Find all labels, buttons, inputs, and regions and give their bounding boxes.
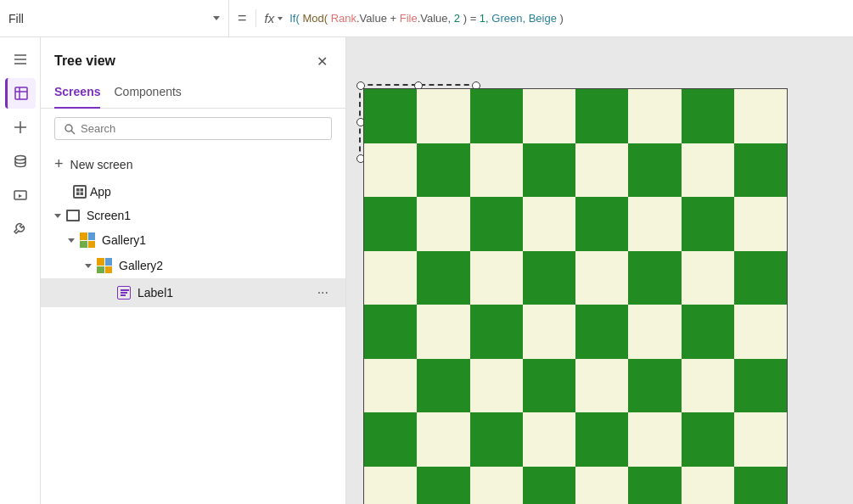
layers-icon[interactable] — [5, 78, 36, 109]
fx-chevron — [278, 17, 283, 20]
checker-cell — [364, 305, 417, 359]
media-icon[interactable] — [5, 180, 36, 210]
checker-cell — [734, 89, 787, 143]
checker-cell — [734, 359, 787, 413]
checker-cell — [470, 359, 523, 413]
checker-cell — [575, 197, 628, 251]
tree-items: App Screen1 Gallery1 — [41, 180, 345, 504]
tabs-row: Screens Components — [41, 78, 345, 109]
checker-cell — [523, 359, 575, 413]
screen-icon — [66, 210, 80, 221]
checker-cell — [575, 143, 628, 198]
svg-rect-12 — [76, 188, 80, 192]
gallery2-icon — [97, 258, 112, 273]
checker-cell — [364, 359, 417, 413]
list-item-screen1[interactable]: Screen1 — [41, 204, 345, 227]
checker-cell — [523, 251, 575, 305]
gallery1-label: Gallery1 — [102, 233, 332, 247]
close-tree-button[interactable]: ✕ — [311, 51, 332, 71]
fill-label: Fill — [8, 12, 208, 25]
add-icon[interactable] — [5, 112, 36, 143]
checker-cell — [417, 412, 469, 467]
checker-cell — [682, 197, 734, 251]
checker-cell — [682, 143, 734, 198]
checker-cell — [523, 143, 575, 198]
app-icon — [73, 185, 87, 199]
new-screen-label: New screen — [70, 158, 133, 171]
search-icon — [64, 123, 76, 135]
icon-rail — [0, 37, 41, 504]
formula-text[interactable]: If( Mod( Rank.Value + File.Value, 2 ) = … — [289, 12, 564, 25]
checker-cell — [417, 89, 469, 143]
svg-rect-13 — [81, 188, 84, 192]
checker-cell — [364, 197, 417, 251]
tree-panel: Tree view ✕ Screens Components + New scr… — [41, 37, 346, 504]
checker-cell — [682, 359, 734, 413]
formula-bar[interactable]: fx If( Mod( Rank.Value + File.Value, 2 )… — [256, 11, 853, 25]
label1-icon-lines — [121, 292, 127, 294]
tree-panel-title: Tree view — [54, 53, 115, 69]
checker-cell — [470, 89, 523, 143]
checker-cell — [734, 251, 787, 305]
checker-cell — [575, 412, 628, 467]
checker-cell — [523, 467, 575, 505]
checker-cell — [734, 412, 787, 467]
label1-more-button[interactable]: ··· — [314, 283, 332, 302]
main-content: Tree view ✕ Screens Components + New scr… — [0, 37, 853, 504]
svg-point-10 — [65, 125, 72, 132]
app-label: App — [90, 185, 332, 199]
canvas-area[interactable] — [346, 37, 853, 504]
checker-cell — [523, 412, 575, 467]
fill-dropdown-chevron — [213, 16, 220, 20]
top-bar: Fill = fx If( Mod( Rank.Value + File.Val… — [0, 0, 853, 37]
wrench-icon[interactable] — [5, 214, 36, 244]
svg-point-8 — [15, 156, 25, 160]
checker-cell — [470, 143, 523, 198]
tab-components[interactable]: Components — [114, 78, 181, 109]
checker-cell — [417, 359, 469, 413]
svg-rect-15 — [81, 193, 84, 196]
hamburger-menu-icon[interactable] — [5, 44, 36, 75]
checker-cell — [628, 143, 681, 198]
data-icon[interactable] — [5, 146, 36, 176]
label1-icon — [117, 286, 131, 300]
plus-icon: + — [54, 155, 64, 173]
checker-cell — [628, 467, 681, 505]
checker-cell — [682, 89, 734, 143]
checker-cell — [628, 251, 681, 305]
svg-line-11 — [71, 131, 75, 134]
checker-cell — [682, 412, 734, 467]
checker-cell — [734, 467, 787, 505]
checker-cell — [628, 89, 681, 143]
checker-cell — [364, 251, 417, 305]
search-input[interactable] — [81, 122, 323, 135]
list-item-gallery1[interactable]: Gallery1 — [41, 227, 345, 253]
list-item-label1[interactable]: Label1 ··· — [41, 278, 345, 307]
checker-cell — [417, 197, 469, 251]
checker-cell — [575, 359, 628, 413]
checker-cell — [364, 89, 417, 143]
checker-cell — [628, 412, 681, 467]
tab-screens[interactable]: Screens — [54, 78, 100, 109]
checker-cell — [575, 467, 628, 505]
checker-cell — [523, 89, 575, 143]
svg-rect-3 — [15, 87, 27, 99]
svg-rect-14 — [76, 193, 80, 196]
tree-header: Tree view ✕ — [41, 37, 345, 78]
search-box[interactable] — [54, 117, 332, 140]
checker-cell — [417, 143, 469, 198]
fill-dropdown[interactable]: Fill — [0, 0, 229, 36]
checker-cell — [470, 197, 523, 251]
checkerboard-canvas[interactable] — [363, 88, 788, 504]
list-item-app[interactable]: App — [41, 180, 345, 204]
checker-cell — [470, 412, 523, 467]
equals-sign: = — [229, 9, 256, 27]
checker-cell — [470, 251, 523, 305]
checker-cell — [470, 305, 523, 359]
label1-label: Label1 — [137, 286, 311, 300]
checker-cell — [364, 467, 417, 505]
list-item-gallery2[interactable]: Gallery2 — [41, 253, 345, 278]
checker-cell — [734, 305, 787, 359]
new-screen-button[interactable]: + New screen — [41, 148, 345, 180]
checker-cell — [523, 305, 575, 359]
